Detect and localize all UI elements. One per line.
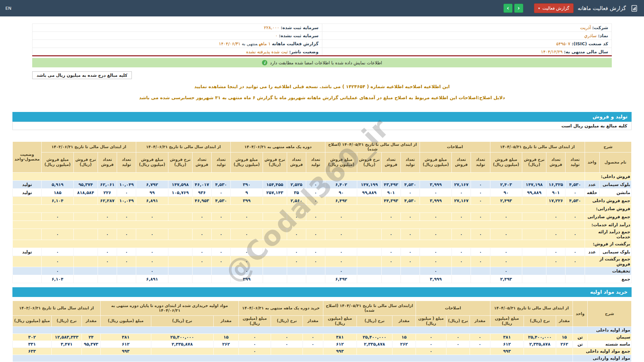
value-cell: ۰: [306, 196, 325, 204]
previous-report-button[interactable]: ‹: [503, 4, 513, 13]
info-value: ۱۴۰۴/۱۲/۲۹: [541, 49, 563, 54]
value-cell: ۶۱۲: [100, 341, 151, 348]
value-cell: ۳۸۱: [490, 334, 524, 341]
value-cell: ۰: [117, 248, 136, 256]
value-cell: ۱۴۷,۵۹۸: [168, 180, 192, 188]
value-cell: ۴۶,۰۱۷: [192, 180, 211, 188]
value-cell: ۲,۵۶۰: [287, 196, 306, 204]
next-report-button[interactable]: ›: [514, 4, 523, 13]
value-cell: ۰: [490, 248, 522, 256]
value-cell: [117, 267, 136, 275]
language-toggle-link[interactable]: EN: [5, 6, 11, 11]
raw-materials-table: شرحواحداز ابتدای سال مالی تا تاریخ ۱۴۰۴/…: [12, 301, 632, 362]
value-cell: ۰: [420, 267, 452, 275]
filler-cell: [13, 355, 573, 362]
column-header: نرخ فروش (ریال): [168, 152, 192, 172]
value-cell: [471, 275, 490, 283]
value-cell: ۰: [420, 256, 452, 267]
value-cell: [168, 275, 192, 283]
value-cell: [470, 348, 490, 355]
value-cell: ۲,۴۹۳: [490, 275, 522, 283]
value-cell: ۳۵: [287, 188, 306, 196]
table-row: سیمانتن۱۵۲۵,۴۰۰,۰۰۰۳۸۱۰۰۰۱۵۲۵,۴۰۰,۰۰۰۳۸۱…: [13, 334, 632, 341]
column-group-header: وضعیت محصول-واحد: [13, 142, 42, 173]
value-cell: ۹۹: [136, 188, 168, 196]
value-cell: ۰: [446, 341, 470, 348]
value-cell: [192, 275, 211, 283]
row-label: جمع فروش داخلی: [585, 196, 631, 204]
value-cell: ۹۹۳: [100, 348, 151, 355]
value-cell: [151, 348, 213, 355]
status-cell: [13, 213, 42, 221]
info-value: ۲۲۸,۰۰۰: [264, 25, 279, 30]
value-cell: [524, 348, 556, 355]
column-header: نرخ فروش (ریال): [357, 152, 381, 172]
value-cell: ۹۳۶: [192, 188, 211, 196]
value-cell: ۴۳,۴۹۲: [381, 180, 400, 188]
value-cell: [357, 348, 392, 355]
value-cell: ۰: [98, 256, 117, 267]
value-cell: [306, 275, 325, 283]
column-group-header: از ابتدای سال مالی تا تاریخ ۱۴۰۴/۰۶/۳۱: [136, 142, 231, 153]
value-cell: [357, 275, 381, 283]
column-header: نرخ (ریال): [524, 315, 556, 326]
value-cell: ۰: [42, 248, 73, 256]
value-cell: ۶۲,۲۸۷: [98, 196, 117, 204]
notice-text: اطلاعات نمایش داده شده با اطلاعات امضا ش…: [270, 60, 382, 65]
value-cell: [357, 196, 381, 204]
report-type-button[interactable]: گزارش فعالیت ▾: [534, 3, 574, 13]
value-cell: ۴۴,۳۹۳: [381, 196, 400, 204]
column-header: واحد: [585, 152, 599, 172]
value-cell: ۹۹۳: [490, 348, 524, 355]
value-cell: ۳,۹۹۹: [420, 275, 452, 283]
value-cell: ۳۹۰: [231, 180, 263, 188]
column-header: مبلغ (میلیون ریال): [100, 315, 151, 326]
value-cell: ۰: [381, 256, 400, 267]
value-cell: ۰: [271, 341, 303, 348]
value-cell: ۱۰,۰۴۹: [117, 196, 136, 204]
value-cell: ۰: [416, 334, 446, 341]
value-cell: ۲۷,۱۶۷: [452, 180, 471, 188]
value-cell: ۰: [212, 248, 231, 256]
value-cell: ۳,۹۹۹: [420, 180, 452, 188]
company-info-cell: سرمایه ثبت شده:۲۲۸,۰۰۰: [33, 24, 322, 32]
column-header: نرخ (ریال): [446, 315, 470, 326]
value-cell: [471, 267, 490, 275]
value-cell: ۹۵,۳۷۴: [73, 180, 98, 188]
status-cell: [13, 267, 42, 275]
value-cell: [357, 256, 381, 267]
value-cell: [263, 229, 287, 240]
amendment-reason: دلایل اصلاح:اصلاحات این اطلاعیه مربوط به…: [0, 95, 644, 100]
value-cell: ۰: [271, 334, 303, 341]
column-header: نرخ (ریال): [271, 315, 303, 326]
value-cell: ۰: [239, 334, 271, 341]
value-cell: [98, 275, 117, 283]
value-cell: ۲۶۲: [392, 341, 416, 348]
table-row: بلوک سیمانیعدد۰۰۰۰۰۰۰۰۰۰۰۰۰۰۰۰۰۰تولید: [13, 248, 632, 256]
value-cell: [263, 275, 287, 283]
value-cell: ۰: [306, 180, 325, 188]
column-header: تعداد تولید: [471, 152, 490, 172]
status-cell: [13, 275, 42, 283]
column-header: مقدار: [82, 315, 100, 326]
previous-version-link[interactable]: اینجا: [228, 84, 238, 89]
value-cell: ۰: [98, 213, 117, 221]
value-cell: ۴,۵۳۰: [212, 180, 231, 188]
info-value: ثبت شده پذیرفته نشده: [246, 49, 288, 54]
value-cell: [263, 256, 287, 267]
column-header: مقدار: [213, 315, 238, 326]
status-cell: تولید: [13, 188, 42, 196]
column-header: تعداد فروش: [98, 152, 117, 172]
value-cell: [192, 267, 211, 275]
value-cell: [168, 229, 192, 240]
value-cell: ۶۱۲: [490, 341, 524, 348]
column-group-header: مواد اولیه خریداری شده از ابتدای دوره تا…: [100, 301, 238, 315]
value-cell: ۰: [452, 248, 471, 256]
value-cell: ۰: [42, 267, 73, 275]
company-info-row: شرکت:آذریتسرمایه ثبت شده:۲۲۸,۰۰۰: [33, 24, 612, 32]
filler-cell: [13, 326, 573, 334]
info-value: ۱۴۰۴/۰۶/۳۱: [219, 41, 240, 46]
value-cell: [263, 267, 287, 275]
value-cell: ۰: [192, 256, 211, 267]
value-cell: ۰: [471, 256, 490, 267]
